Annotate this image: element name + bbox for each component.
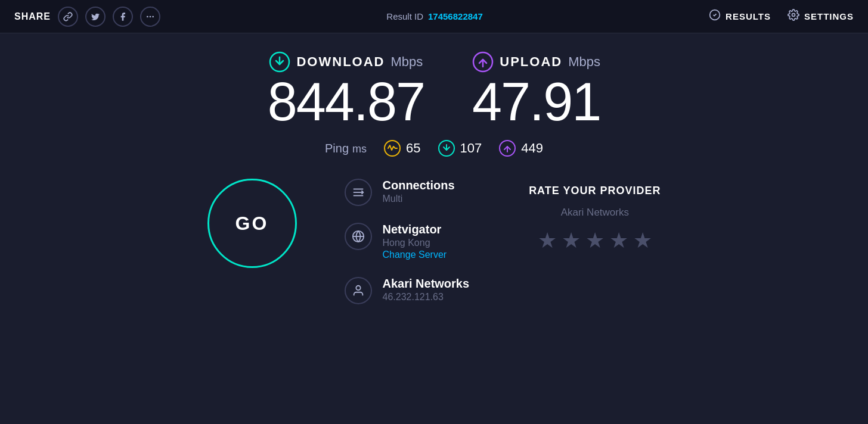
settings-nav[interactable]: SETTINGS bbox=[788, 9, 854, 24]
download-block: DOWNLOAD Mbps 844.87 bbox=[268, 51, 424, 129]
client-name: Akari Networks bbox=[383, 277, 470, 291]
svg-point-0 bbox=[147, 15, 148, 17]
topbar-left: SHARE bbox=[14, 7, 160, 27]
svg-point-1 bbox=[150, 15, 151, 17]
ping-section: Ping ms 65 107 bbox=[325, 139, 543, 157]
facebook-icon[interactable] bbox=[113, 7, 133, 27]
main-content: DOWNLOAD Mbps 844.87 UPLOAD Mbps 47.91 P… bbox=[0, 33, 868, 304]
jitter-value: 65 bbox=[406, 141, 420, 156]
connections-title: Connections bbox=[383, 179, 455, 192]
server-icon bbox=[345, 223, 372, 250]
star-5[interactable]: ★ bbox=[633, 228, 652, 253]
download-value: 844.87 bbox=[268, 75, 424, 129]
client-row: Akari Networks 46.232.121.63 bbox=[345, 277, 470, 304]
go-button-wrap: GO bbox=[207, 179, 297, 268]
upload-icon bbox=[472, 51, 494, 73]
twitter-icon[interactable] bbox=[85, 7, 106, 27]
server-location: Hong Kong bbox=[383, 238, 447, 248]
link-icon[interactable] bbox=[58, 7, 78, 27]
server-row: Netvigator Hong Kong Change Server bbox=[345, 223, 470, 260]
topbar-right: RESULTS SETTINGS bbox=[709, 9, 854, 24]
svg-point-19 bbox=[356, 286, 360, 290]
client-icon bbox=[345, 277, 372, 304]
star-2[interactable]: ★ bbox=[562, 228, 581, 253]
server-text: Netvigator Hong Kong Change Server bbox=[383, 223, 447, 260]
speed-section: DOWNLOAD Mbps 844.87 UPLOAD Mbps 47.91 bbox=[268, 51, 601, 129]
connections-icon bbox=[345, 179, 372, 206]
stars-container: ★ ★ ★ ★ ★ bbox=[538, 228, 652, 253]
client-ip: 46.232.121.63 bbox=[383, 292, 470, 303]
connections-row: Connections Multi bbox=[345, 179, 470, 206]
client-text: Akari Networks 46.232.121.63 bbox=[383, 277, 470, 303]
upload-unit: Mbps bbox=[568, 54, 600, 70]
download-icon bbox=[269, 51, 290, 73]
topbar: SHARE Result ID 17456822 bbox=[0, 0, 868, 33]
upload-ping-icon bbox=[498, 139, 516, 157]
download-ping-icon bbox=[438, 139, 455, 157]
download-ping-value: 107 bbox=[460, 141, 482, 156]
rate-section: RATE YOUR PROVIDER Akari Networks ★ ★ ★ … bbox=[529, 179, 661, 253]
upload-ping-value: 449 bbox=[521, 141, 543, 156]
jitter-icon bbox=[383, 139, 401, 157]
upload-block: UPLOAD Mbps 47.91 bbox=[472, 51, 600, 129]
lower-section: GO Connections Multi bbox=[0, 179, 868, 304]
share-label: SHARE bbox=[14, 11, 51, 22]
svg-point-4 bbox=[792, 14, 795, 17]
upload-header: UPLOAD Mbps bbox=[472, 51, 600, 73]
star-1[interactable]: ★ bbox=[538, 228, 557, 253]
download-ping-item: 107 bbox=[438, 139, 482, 157]
topbar-center: Result ID 17456822847 bbox=[386, 11, 482, 21]
connections-value: Multi bbox=[383, 194, 455, 204]
upload-label: UPLOAD bbox=[500, 54, 562, 70]
download-unit: Mbps bbox=[390, 54, 423, 70]
star-4[interactable]: ★ bbox=[609, 228, 628, 253]
download-label: DOWNLOAD bbox=[296, 54, 385, 70]
ping-label-block: Ping ms bbox=[325, 142, 367, 155]
results-label: RESULTS bbox=[726, 11, 771, 21]
connections-text: Connections Multi bbox=[383, 179, 455, 204]
download-header: DOWNLOAD Mbps bbox=[269, 51, 423, 73]
more-icon[interactable] bbox=[140, 7, 160, 27]
upload-value: 47.91 bbox=[472, 75, 600, 129]
change-server-link[interactable]: Change Server bbox=[383, 250, 447, 260]
rate-provider: Akari Networks bbox=[561, 207, 629, 219]
star-3[interactable]: ★ bbox=[585, 228, 604, 253]
info-blocks: Connections Multi Netvigator Hong Kong C… bbox=[345, 179, 470, 304]
ping-unit: ms bbox=[352, 143, 367, 155]
results-check-icon bbox=[709, 9, 721, 24]
upload-ping-item: 449 bbox=[498, 139, 543, 157]
svg-point-2 bbox=[152, 15, 154, 17]
rate-title: RATE YOUR PROVIDER bbox=[529, 185, 661, 197]
jitter-item: 65 bbox=[383, 139, 420, 157]
go-button[interactable]: GO bbox=[207, 179, 297, 268]
result-label: Result ID bbox=[386, 11, 423, 21]
settings-label: SETTINGS bbox=[804, 11, 854, 21]
result-id[interactable]: 17456822847 bbox=[428, 11, 483, 21]
results-nav[interactable]: RESULTS bbox=[709, 9, 771, 24]
server-name: Netvigator bbox=[383, 223, 447, 236]
settings-gear-icon bbox=[788, 9, 799, 24]
ping-label: Ping bbox=[325, 142, 349, 155]
